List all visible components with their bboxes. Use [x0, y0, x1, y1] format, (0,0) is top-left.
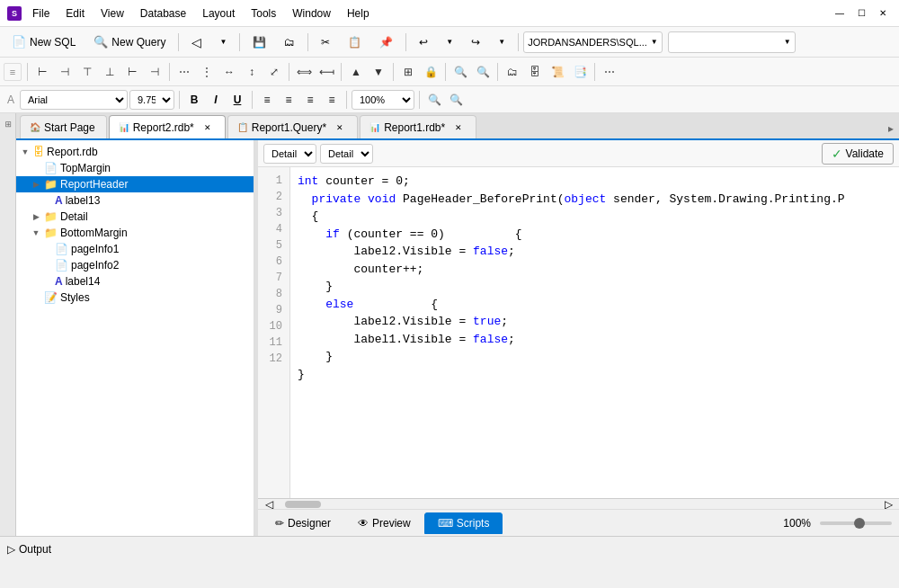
justify-fmt[interactable]: ≡ [322, 90, 342, 110]
underline-button[interactable]: U [227, 90, 247, 110]
tree-item-label14[interactable]: A label14 [16, 273, 254, 290]
zoom-in-toolbar[interactable]: 🔍 [450, 61, 471, 83]
nav-dropdown[interactable]: ▼ [211, 34, 235, 49]
tree-item-detail[interactable]: ▶ 📁 Detail [16, 209, 254, 225]
center-page-h-button[interactable]: ⟺ [293, 61, 315, 83]
save-button[interactable]: 💾 [245, 32, 274, 52]
tree-item-label13[interactable]: A label13 [16, 192, 254, 209]
detail-select-1[interactable]: Detail [263, 144, 316, 164]
maximize-button[interactable]: ☐ [852, 4, 870, 22]
size-same-w-button[interactable]: ↔ [218, 61, 240, 83]
send-back-button[interactable]: ▼ [368, 61, 389, 83]
tab-designer[interactable]: ✏ Designer [262, 512, 344, 534]
db-connect-button[interactable]: 🗄 [524, 61, 546, 83]
detail-select-2[interactable]: Detail [320, 144, 373, 164]
tree-item-styles[interactable]: 📝 Styles [16, 290, 254, 306]
new-query-button[interactable]: 🔍 New Query [85, 31, 174, 53]
zoom-slider[interactable] [820, 518, 892, 529]
zoom-out-fmt[interactable]: 🔍 [424, 90, 444, 110]
sep-t2-2 [289, 63, 289, 81]
menu-help[interactable]: Help [340, 4, 377, 23]
zoom-select[interactable]: 100% [352, 90, 414, 110]
align-top-button[interactable]: ⊥ [99, 61, 120, 83]
bring-front-button[interactable]: ▲ [345, 61, 367, 83]
align-left-fmt[interactable]: ≡ [257, 90, 277, 110]
tree-item-top-margin[interactable]: 📄 TopMargin [16, 160, 254, 176]
tab-report1-rdb[interactable]: 📊 Report1.rdb* ✕ [360, 115, 476, 138]
menu-view[interactable]: View [93, 4, 131, 23]
tree-item-pageinfo2[interactable]: 📄 pageInfo2 [16, 257, 254, 273]
align-right-fmt[interactable]: ≡ [300, 90, 320, 110]
align-left-button[interactable]: ⊢ [31, 61, 53, 83]
zoom-thumb[interactable] [854, 518, 865, 529]
italic-button[interactable]: I [206, 90, 226, 110]
copy-button[interactable]: 📋 [340, 32, 369, 52]
tree-item-report-rdb[interactable]: ▼ 🗄 Report.rdb [16, 144, 254, 160]
align-center-fmt[interactable]: ≡ [279, 90, 298, 110]
tabs-more-button[interactable]: ▸ [883, 119, 899, 138]
minimize-button[interactable]: — [831, 4, 849, 22]
code-editor[interactable]: 12345 678910 1112 int counter = 0; priva… [258, 167, 899, 498]
tab-scripts[interactable]: ⌨ Scripts [424, 512, 503, 534]
validate-button[interactable]: ✓ Validate [822, 143, 894, 165]
sidebar-toggle[interactable]: ≡ [4, 63, 22, 81]
grid-button[interactable]: ⊞ [397, 61, 419, 83]
zoom-in-fmt[interactable]: 🔍 [446, 90, 466, 110]
paste-button[interactable]: 📌 [371, 32, 401, 52]
distribute-h-button[interactable]: ⋯ [174, 61, 195, 83]
more-tools-button[interactable]: ⋯ [599, 61, 620, 83]
sidebar-strip: ⊞ [0, 113, 16, 536]
connection-text: JORDANSANDERS\SQL... [528, 37, 647, 48]
tab-report1r-close[interactable]: ✕ [452, 121, 465, 134]
menu-edit[interactable]: Edit [58, 4, 92, 23]
connection-dropdown[interactable]: JORDANSANDERS\SQL... ▼ [523, 31, 663, 53]
tab-start-page[interactable]: 🏠 Start Page [20, 115, 107, 138]
main-wrapper: ⊞ 🏠 Start Page 📊 Report2.rdb* ✕ 📋 Report… [0, 113, 899, 536]
align-center-h-button[interactable]: ⊣ [54, 61, 76, 83]
scroll-thumb[interactable] [285, 501, 321, 508]
undo-dropdown[interactable]: ▼ [438, 34, 461, 49]
font-size-select[interactable]: 9.75 [129, 90, 174, 110]
align-bottom-button[interactable]: ⊣ [144, 61, 165, 83]
tab-report2-close[interactable]: ✕ [201, 121, 214, 134]
tab-report2-rdb[interactable]: 📊 Report2.rdb* ✕ [109, 115, 226, 138]
script-more-button[interactable]: 📑 [569, 61, 591, 83]
back-button[interactable]: ◁ [183, 31, 209, 53]
font-select[interactable]: Arial [20, 90, 128, 110]
size-same-h-button[interactable]: ↕ [241, 61, 263, 83]
sidebar-label[interactable]: ⊞ [4, 117, 13, 131]
align-middle-button[interactable]: ⊢ [121, 61, 143, 83]
size-same-wh-button[interactable]: ⤢ [263, 61, 285, 83]
tree-item-report-header[interactable]: ▶ 📁 ReportHeader [16, 176, 254, 192]
distribute-v-button[interactable]: ⋮ [196, 61, 218, 83]
align-right-button[interactable]: ⊤ [76, 61, 98, 83]
menu-layout[interactable]: Layout [195, 4, 242, 23]
zoom-out-toolbar[interactable]: 🔍 [472, 61, 494, 83]
menu-tools[interactable]: Tools [244, 4, 283, 23]
script-button[interactable]: 📜 [547, 61, 568, 83]
redo-dropdown[interactable]: ▼ [490, 34, 513, 49]
tree-item-pageinfo1[interactable]: 📄 pageInfo1 [16, 241, 254, 257]
code-content[interactable]: int counter = 0; private void PageHeader… [290, 167, 899, 498]
save-all-button[interactable]: 🗂 [276, 32, 303, 52]
properties-button[interactable]: 🗂 [502, 61, 523, 83]
cut-button[interactable]: ✂ [313, 32, 338, 52]
redo-button[interactable]: ↪ [463, 32, 488, 52]
app-logo: S [7, 6, 22, 21]
center-page-v-button[interactable]: ⟻ [316, 61, 337, 83]
new-sql-button[interactable]: 📄 New SQL [4, 31, 84, 53]
tab-preview[interactable]: 👁 Preview [344, 512, 424, 534]
tab-report1-query[interactable]: 📋 Report1.Query* ✕ [227, 115, 358, 138]
tab-report1q-close[interactable]: ✕ [334, 121, 346, 134]
database-dropdown[interactable]: ▼ [668, 31, 796, 53]
bold-button[interactable]: B [184, 90, 204, 110]
horizontal-scrollbar[interactable]: ◁ ▷ [258, 498, 899, 509]
menu-file[interactable]: File [25, 4, 57, 23]
menu-database[interactable]: Database [133, 4, 193, 23]
tree-item-bottom-margin[interactable]: ▼ 📁 BottomMargin [16, 225, 254, 241]
lock-button[interactable]: 🔒 [420, 61, 441, 83]
close-button[interactable]: ✕ [874, 4, 892, 22]
tree-label-label13: label13 [66, 194, 101, 207]
menu-window[interactable]: Window [285, 4, 338, 23]
undo-button[interactable]: ↩ [411, 32, 436, 52]
